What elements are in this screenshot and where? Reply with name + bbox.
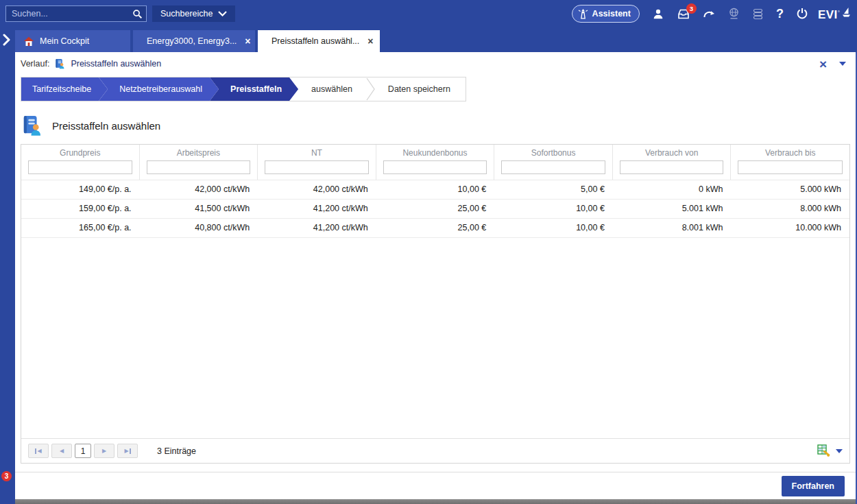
table-row[interactable]: 149,00 €/p. a. 42,000 ct/kWh 42,000 ct/k… <box>21 180 849 199</box>
globe-button[interactable] <box>728 8 740 21</box>
person-doc-icon <box>55 58 65 69</box>
continue-button[interactable]: Fortfahren <box>782 476 845 496</box>
tab-close-icon[interactable]: × <box>245 36 250 46</box>
tab-strip: Mein Cockpit Energy3000, Energy3... × Pr… <box>0 27 857 52</box>
action-footer: Fortfahren <box>15 472 856 499</box>
export-excel-icon <box>817 444 830 457</box>
wizard-step-preisstaffeln[interactable]: Preisstaffeln <box>210 77 298 101</box>
col-header-verbrauch-bis: Verbrauch bis <box>765 148 815 158</box>
col-header-neukundenbonus: Neukundenbonus <box>402 148 467 158</box>
col-header-nt: NT <box>311 148 322 158</box>
wizard-step-netzbetreiberauswahl[interactable]: Netzbetreiberauswahl <box>99 77 219 101</box>
database-icon <box>752 8 764 20</box>
search-icon[interactable] <box>128 9 146 19</box>
redo-arrow-icon <box>703 9 716 19</box>
search-scope-button[interactable]: Suchbereiche <box>152 5 235 22</box>
lighthouse-icon <box>578 8 588 20</box>
table-row[interactable]: 165,00 €/p. a. 40,800 ct/kWh 41,200 ct/k… <box>21 218 849 237</box>
tab-label: Energy3000, Energy3... <box>147 36 237 46</box>
tab-preisstaffeln[interactable]: Preisstaffeln auswähl... × <box>258 30 380 52</box>
tab-label: Mein Cockpit <box>40 36 89 46</box>
logout-button[interactable] <box>796 8 808 20</box>
inbox-button[interactable]: 3 <box>677 8 690 20</box>
export-menu[interactable] <box>817 444 843 457</box>
history-label: Verlauf: <box>21 59 49 69</box>
step-separator-chevron-icon <box>366 77 376 101</box>
logo-text: EVI <box>818 8 838 22</box>
home-icon <box>23 36 34 47</box>
history-dropdown-icon[interactable] <box>839 62 846 66</box>
person-doc-icon-large <box>22 115 43 136</box>
filter-input-nt[interactable] <box>265 160 369 174</box>
tab-energy3000[interactable]: Energy3000, Energy3... × <box>133 30 255 52</box>
page-title-row: Preisstaffeln auswählen <box>15 110 856 141</box>
price-table: Grundpreis Arbeitspreis NT Neukundenbonu… <box>21 144 850 464</box>
logo-superscript: ° <box>838 10 840 16</box>
database-button[interactable] <box>752 8 764 20</box>
filter-input-grundpreis[interactable] <box>28 160 132 174</box>
content-panel: Verlauf: Preisstaffeln auswählen × Tarif… <box>15 52 857 504</box>
wizard-steps: Tarifzeitscheibe Netzbetreiberauswahl Pr… <box>21 77 466 101</box>
tab-close-icon[interactable]: × <box>367 36 373 46</box>
wizard-container: Tarifzeitscheibe Netzbetreiberauswahl Pr… <box>21 77 850 101</box>
current-page[interactable]: 1 <box>75 444 91 458</box>
chevron-right-icon <box>2 34 11 46</box>
tab-mein-cockpit[interactable]: Mein Cockpit <box>15 30 130 52</box>
filter-input-verbrauch-von[interactable] <box>620 160 724 174</box>
topbar: Suchbereiche Assistent 3 <box>0 0 857 27</box>
power-icon <box>796 8 808 20</box>
sailboat-icon <box>841 6 852 19</box>
col-header-sofortbonus: Sofortbonus <box>531 148 576 158</box>
first-page-button[interactable]: ◀ <box>28 444 49 458</box>
app-logo: EVI° <box>818 6 852 22</box>
entries-count: 3 Einträge <box>157 446 196 456</box>
assistant-label: Assistent <box>592 9 631 19</box>
redo-button[interactable] <box>703 9 716 19</box>
history-bar: Verlauf: Preisstaffeln auswählen × <box>15 52 856 75</box>
close-workflow-icon[interactable]: × <box>819 58 827 71</box>
main-row: Verlauf: Preisstaffeln auswählen × Tarif… <box>0 52 857 504</box>
chevron-down-icon <box>218 11 227 16</box>
table-row[interactable]: 159,00 €/p. a. 41,500 ct/kWh 41,200 ct/k… <box>21 199 849 218</box>
last-page-button[interactable]: ▶ <box>117 444 138 458</box>
table-header: Grundpreis Arbeitspreis NT Neukundenbonu… <box>21 145 849 180</box>
inbox-badge: 3 <box>686 3 697 14</box>
assistant-button[interactable]: Assistent <box>572 5 640 23</box>
user-icon <box>652 8 664 20</box>
prev-page-button[interactable]: ◀ <box>51 444 72 458</box>
help-button[interactable]: ? <box>776 7 784 21</box>
filter-input-verbrauch-bis[interactable] <box>738 160 843 174</box>
wizard-step-tarifzeitscheibe[interactable]: Tarifzeitscheibe <box>21 77 108 101</box>
window-bottom-edge <box>15 499 856 504</box>
tab-label: Preisstaffeln auswähl... <box>271 36 359 46</box>
search-scope-label: Suchbereiche <box>160 9 213 19</box>
filter-input-sofortbonus[interactable] <box>501 160 605 174</box>
wizard-step-auswaehlen[interactable]: auswählen <box>289 77 366 101</box>
sidebar-expand-button[interactable] <box>2 34 11 48</box>
collapsed-sidebar[interactable] <box>0 52 15 504</box>
table-empty-area <box>21 237 849 438</box>
wizard-step-daten-speichern[interactable]: Daten speichern <box>376 77 466 101</box>
globe-icon <box>728 8 740 21</box>
filter-input-arbeitspreis[interactable] <box>147 160 251 174</box>
filter-input-neukundenbonus[interactable] <box>383 160 487 174</box>
user-button[interactable] <box>652 8 664 20</box>
page-title: Preisstaffeln auswählen <box>52 120 160 132</box>
pagination-bar: ◀ ◀ 1 ▶ ▶ 3 Einträge <box>21 438 849 463</box>
col-header-grundpreis: Grundpreis <box>60 148 100 158</box>
history-item[interactable]: Preisstaffeln auswählen <box>71 59 161 69</box>
search-box[interactable] <box>5 5 147 22</box>
col-header-verbrauch-von: Verbrauch von <box>645 148 698 158</box>
search-input[interactable] <box>6 9 128 19</box>
notification-badge[interactable]: 3 <box>1 471 12 481</box>
export-dropdown-icon[interactable] <box>836 449 843 453</box>
col-header-arbeitspreis: Arbeitspreis <box>177 148 220 158</box>
next-page-button[interactable]: ▶ <box>94 444 114 458</box>
